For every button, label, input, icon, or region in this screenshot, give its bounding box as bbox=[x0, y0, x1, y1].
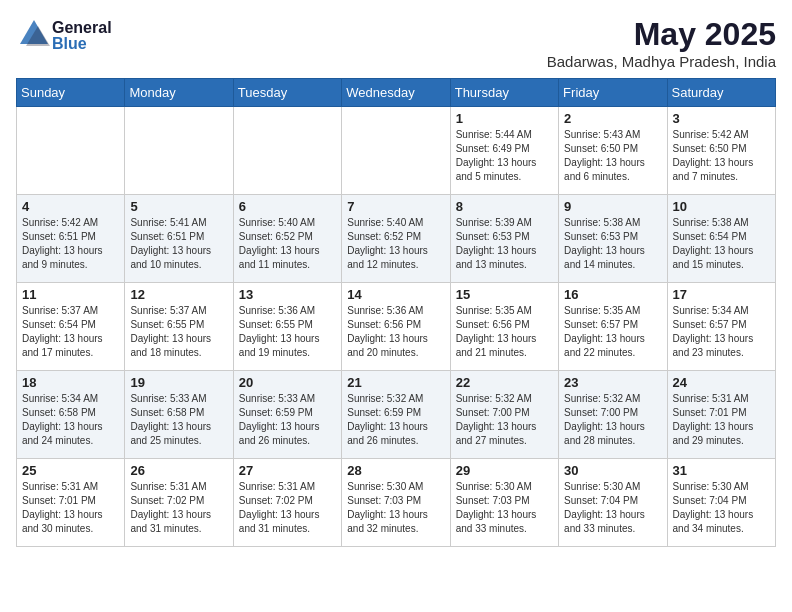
day-number: 3 bbox=[673, 111, 770, 126]
day-number: 17 bbox=[673, 287, 770, 302]
page-header: General Blue May 2025 Badarwas, Madhya P… bbox=[16, 16, 776, 70]
day-number: 12 bbox=[130, 287, 227, 302]
day-info: Sunrise: 5:38 AM Sunset: 6:53 PM Dayligh… bbox=[564, 216, 661, 272]
day-info: Sunrise: 5:37 AM Sunset: 6:54 PM Dayligh… bbox=[22, 304, 119, 360]
day-number: 23 bbox=[564, 375, 661, 390]
calendar-cell: 11Sunrise: 5:37 AM Sunset: 6:54 PM Dayli… bbox=[17, 283, 125, 371]
day-info: Sunrise: 5:33 AM Sunset: 6:58 PM Dayligh… bbox=[130, 392, 227, 448]
weekday-header-wednesday: Wednesday bbox=[342, 79, 450, 107]
weekday-header-sunday: Sunday bbox=[17, 79, 125, 107]
day-info: Sunrise: 5:37 AM Sunset: 6:55 PM Dayligh… bbox=[130, 304, 227, 360]
calendar-cell: 24Sunrise: 5:31 AM Sunset: 7:01 PM Dayli… bbox=[667, 371, 775, 459]
day-number: 15 bbox=[456, 287, 553, 302]
day-number: 22 bbox=[456, 375, 553, 390]
calendar-week-5: 25Sunrise: 5:31 AM Sunset: 7:01 PM Dayli… bbox=[17, 459, 776, 547]
day-number: 13 bbox=[239, 287, 336, 302]
calendar-cell: 6Sunrise: 5:40 AM Sunset: 6:52 PM Daylig… bbox=[233, 195, 341, 283]
day-number: 30 bbox=[564, 463, 661, 478]
day-number: 19 bbox=[130, 375, 227, 390]
calendar-cell: 19Sunrise: 5:33 AM Sunset: 6:58 PM Dayli… bbox=[125, 371, 233, 459]
logo: General Blue bbox=[16, 16, 112, 56]
day-number: 27 bbox=[239, 463, 336, 478]
calendar-cell: 3Sunrise: 5:42 AM Sunset: 6:50 PM Daylig… bbox=[667, 107, 775, 195]
day-number: 5 bbox=[130, 199, 227, 214]
calendar-cell: 8Sunrise: 5:39 AM Sunset: 6:53 PM Daylig… bbox=[450, 195, 558, 283]
calendar-week-3: 11Sunrise: 5:37 AM Sunset: 6:54 PM Dayli… bbox=[17, 283, 776, 371]
calendar-cell: 30Sunrise: 5:30 AM Sunset: 7:04 PM Dayli… bbox=[559, 459, 667, 547]
day-info: Sunrise: 5:31 AM Sunset: 7:02 PM Dayligh… bbox=[130, 480, 227, 536]
calendar-cell: 4Sunrise: 5:42 AM Sunset: 6:51 PM Daylig… bbox=[17, 195, 125, 283]
calendar-cell bbox=[125, 107, 233, 195]
day-number: 25 bbox=[22, 463, 119, 478]
calendar-cell: 31Sunrise: 5:30 AM Sunset: 7:04 PM Dayli… bbox=[667, 459, 775, 547]
day-number: 11 bbox=[22, 287, 119, 302]
logo-icon bbox=[16, 16, 52, 52]
day-number: 18 bbox=[22, 375, 119, 390]
day-info: Sunrise: 5:30 AM Sunset: 7:04 PM Dayligh… bbox=[564, 480, 661, 536]
calendar-cell: 17Sunrise: 5:34 AM Sunset: 6:57 PM Dayli… bbox=[667, 283, 775, 371]
title-area: May 2025 Badarwas, Madhya Pradesh, India bbox=[547, 16, 776, 70]
calendar-cell: 26Sunrise: 5:31 AM Sunset: 7:02 PM Dayli… bbox=[125, 459, 233, 547]
day-info: Sunrise: 5:36 AM Sunset: 6:56 PM Dayligh… bbox=[347, 304, 444, 360]
calendar-cell: 1Sunrise: 5:44 AM Sunset: 6:49 PM Daylig… bbox=[450, 107, 558, 195]
day-info: Sunrise: 5:42 AM Sunset: 6:50 PM Dayligh… bbox=[673, 128, 770, 184]
calendar-cell: 14Sunrise: 5:36 AM Sunset: 6:56 PM Dayli… bbox=[342, 283, 450, 371]
day-info: Sunrise: 5:31 AM Sunset: 7:01 PM Dayligh… bbox=[673, 392, 770, 448]
day-number: 9 bbox=[564, 199, 661, 214]
day-info: Sunrise: 5:40 AM Sunset: 6:52 PM Dayligh… bbox=[239, 216, 336, 272]
day-info: Sunrise: 5:33 AM Sunset: 6:59 PM Dayligh… bbox=[239, 392, 336, 448]
day-info: Sunrise: 5:30 AM Sunset: 7:03 PM Dayligh… bbox=[347, 480, 444, 536]
day-number: 28 bbox=[347, 463, 444, 478]
day-info: Sunrise: 5:30 AM Sunset: 7:04 PM Dayligh… bbox=[673, 480, 770, 536]
calendar-cell: 25Sunrise: 5:31 AM Sunset: 7:01 PM Dayli… bbox=[17, 459, 125, 547]
day-info: Sunrise: 5:30 AM Sunset: 7:03 PM Dayligh… bbox=[456, 480, 553, 536]
day-info: Sunrise: 5:38 AM Sunset: 6:54 PM Dayligh… bbox=[673, 216, 770, 272]
calendar-cell: 20Sunrise: 5:33 AM Sunset: 6:59 PM Dayli… bbox=[233, 371, 341, 459]
day-info: Sunrise: 5:34 AM Sunset: 6:58 PM Dayligh… bbox=[22, 392, 119, 448]
calendar-cell: 5Sunrise: 5:41 AM Sunset: 6:51 PM Daylig… bbox=[125, 195, 233, 283]
day-number: 2 bbox=[564, 111, 661, 126]
calendar-cell bbox=[233, 107, 341, 195]
calendar-cell: 10Sunrise: 5:38 AM Sunset: 6:54 PM Dayli… bbox=[667, 195, 775, 283]
weekday-header-saturday: Saturday bbox=[667, 79, 775, 107]
calendar-cell: 21Sunrise: 5:32 AM Sunset: 6:59 PM Dayli… bbox=[342, 371, 450, 459]
day-number: 1 bbox=[456, 111, 553, 126]
day-info: Sunrise: 5:31 AM Sunset: 7:02 PM Dayligh… bbox=[239, 480, 336, 536]
day-number: 24 bbox=[673, 375, 770, 390]
calendar-cell: 2Sunrise: 5:43 AM Sunset: 6:50 PM Daylig… bbox=[559, 107, 667, 195]
day-number: 31 bbox=[673, 463, 770, 478]
logo-general: General bbox=[52, 20, 112, 36]
day-info: Sunrise: 5:34 AM Sunset: 6:57 PM Dayligh… bbox=[673, 304, 770, 360]
day-info: Sunrise: 5:42 AM Sunset: 6:51 PM Dayligh… bbox=[22, 216, 119, 272]
day-number: 6 bbox=[239, 199, 336, 214]
day-info: Sunrise: 5:44 AM Sunset: 6:49 PM Dayligh… bbox=[456, 128, 553, 184]
day-info: Sunrise: 5:40 AM Sunset: 6:52 PM Dayligh… bbox=[347, 216, 444, 272]
calendar-table: SundayMondayTuesdayWednesdayThursdayFrid… bbox=[16, 78, 776, 547]
calendar-cell: 9Sunrise: 5:38 AM Sunset: 6:53 PM Daylig… bbox=[559, 195, 667, 283]
calendar-cell: 27Sunrise: 5:31 AM Sunset: 7:02 PM Dayli… bbox=[233, 459, 341, 547]
day-info: Sunrise: 5:36 AM Sunset: 6:55 PM Dayligh… bbox=[239, 304, 336, 360]
calendar-cell: 15Sunrise: 5:35 AM Sunset: 6:56 PM Dayli… bbox=[450, 283, 558, 371]
day-number: 16 bbox=[564, 287, 661, 302]
calendar-week-1: 1Sunrise: 5:44 AM Sunset: 6:49 PM Daylig… bbox=[17, 107, 776, 195]
calendar-cell: 28Sunrise: 5:30 AM Sunset: 7:03 PM Dayli… bbox=[342, 459, 450, 547]
weekday-header-thursday: Thursday bbox=[450, 79, 558, 107]
weekday-header-friday: Friday bbox=[559, 79, 667, 107]
day-number: 29 bbox=[456, 463, 553, 478]
day-info: Sunrise: 5:35 AM Sunset: 6:57 PM Dayligh… bbox=[564, 304, 661, 360]
calendar-week-2: 4Sunrise: 5:42 AM Sunset: 6:51 PM Daylig… bbox=[17, 195, 776, 283]
logo-blue: Blue bbox=[52, 36, 112, 52]
calendar-cell bbox=[342, 107, 450, 195]
day-number: 10 bbox=[673, 199, 770, 214]
calendar-cell: 29Sunrise: 5:30 AM Sunset: 7:03 PM Dayli… bbox=[450, 459, 558, 547]
calendar-week-4: 18Sunrise: 5:34 AM Sunset: 6:58 PM Dayli… bbox=[17, 371, 776, 459]
day-number: 14 bbox=[347, 287, 444, 302]
calendar-cell: 23Sunrise: 5:32 AM Sunset: 7:00 PM Dayli… bbox=[559, 371, 667, 459]
weekday-header-tuesday: Tuesday bbox=[233, 79, 341, 107]
day-info: Sunrise: 5:32 AM Sunset: 7:00 PM Dayligh… bbox=[564, 392, 661, 448]
calendar-cell: 7Sunrise: 5:40 AM Sunset: 6:52 PM Daylig… bbox=[342, 195, 450, 283]
calendar-cell: 12Sunrise: 5:37 AM Sunset: 6:55 PM Dayli… bbox=[125, 283, 233, 371]
day-number: 4 bbox=[22, 199, 119, 214]
calendar-cell: 18Sunrise: 5:34 AM Sunset: 6:58 PM Dayli… bbox=[17, 371, 125, 459]
calendar-cell: 22Sunrise: 5:32 AM Sunset: 7:00 PM Dayli… bbox=[450, 371, 558, 459]
